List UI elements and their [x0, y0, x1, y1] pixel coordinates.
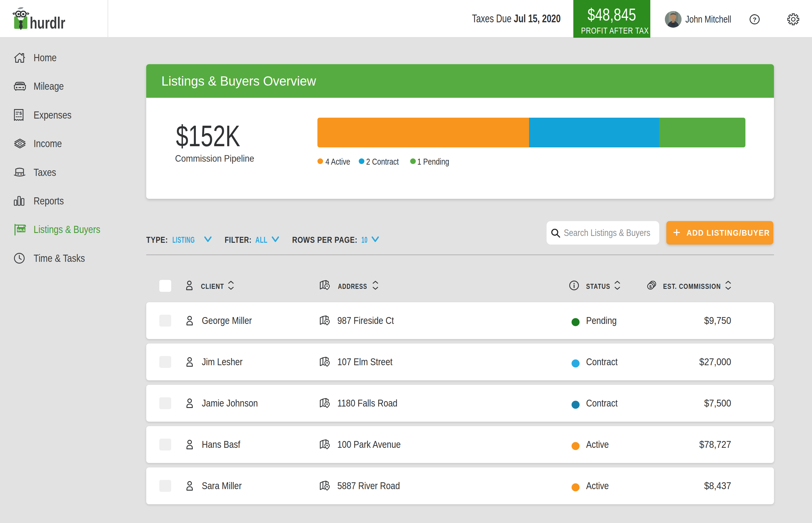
svg-text:$: $: [649, 284, 652, 289]
svg-text:?: ?: [753, 16, 757, 23]
svg-text:SALE: SALE: [17, 229, 25, 232]
svg-text:★: ★: [20, 173, 23, 176]
svg-text:★: ★: [17, 173, 20, 176]
svg-text:$: $: [19, 111, 22, 115]
